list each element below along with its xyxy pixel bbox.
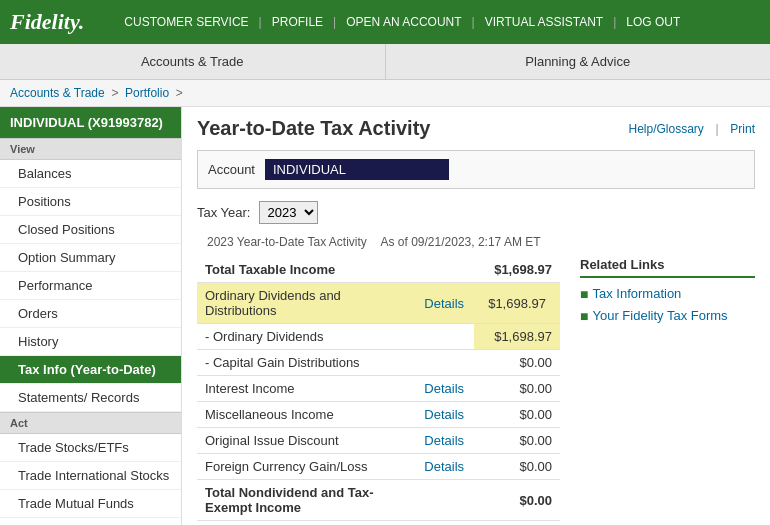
nav-profile[interactable]: PROFILE [262,15,333,29]
tax-year-row: Tax Year: 2023 [197,201,755,224]
nav-open-account[interactable]: OPEN AN ACCOUNT [336,15,471,29]
top-nav: CUSTOMER SERVICE | PROFILE | OPEN AN ACC… [114,15,690,29]
sidebar-item-statements[interactable]: Statements/ Records [0,384,181,412]
table-row: Foreign Currency Gain/Loss Details $0.00 [197,454,560,480]
sidebar-item-tax-info[interactable]: Tax Info (Year-to-Date) [0,356,181,384]
sidebar-view-header: View [0,138,181,160]
table-row: - Ordinary Dividends $1,698.97 [197,324,560,350]
row-label: Interest Income [197,376,414,402]
table-row: - Capital Gain Distributions $0.00 [197,350,560,376]
details-link[interactable]: Details [424,407,464,422]
row-amount: $0.00 [474,521,560,526]
row-label: Total Nondividend and Tax-Exempt Income [197,480,414,521]
fidelity-logo: Fidelity. [10,9,84,35]
related-links-panel: Related Links ■ Tax Information ■ Your F… [580,257,755,525]
nav-log-out[interactable]: LOG OUT [616,15,690,29]
tax-year-select[interactable]: 2023 [259,201,318,224]
row-details [414,257,474,283]
row-label: - Ordinary Dividends [197,324,414,350]
tax-table-wrap: Total Taxable Income $1,698.97 Ordinary … [197,257,560,525]
print-link[interactable]: Print [730,122,755,136]
secondary-nav: Accounts & Trade Planning & Advice [0,44,770,80]
table-row: Ordinary Dividends and Distributions Det… [197,283,560,324]
sidebar-item-closed-positions[interactable]: Closed Positions [0,216,181,244]
row-amount: $0.00 [474,350,560,376]
page-title: Year-to-Date Tax Activity [197,117,430,140]
table-row: Miscellaneous Income Details $0.00 [197,402,560,428]
activity-header: 2023 Year-to-Date Tax Activity As of 09/… [197,234,755,249]
highlight-amount: $1,698.97 [482,294,552,313]
sidebar-account-label[interactable]: INDIVIDUAL (X91993782) [0,107,181,138]
row-details: Details [414,521,474,526]
details-link[interactable]: Details [424,296,464,311]
row-amount: $1,698.97 [474,283,560,324]
fidelity-tax-forms-link[interactable]: Your Fidelity Tax Forms [592,308,727,323]
content-area: Year-to-Date Tax Activity Help/Glossary … [182,107,770,525]
row-label: Total Taxable Income [197,257,414,283]
row-details: Details [414,402,474,428]
row-details [414,480,474,521]
page-title-row: Year-to-Date Tax Activity Help/Glossary … [197,117,755,140]
row-amount: $0.00 [474,454,560,480]
row-label: Foreign Currency Gain/Loss [197,454,414,480]
sidebar-item-orders[interactable]: Orders [0,300,181,328]
nav-virtual-assistant[interactable]: VIRTUAL ASSISTANT [475,15,613,29]
details-link[interactable]: Details [424,381,464,396]
row-amount: $0.00 [474,428,560,454]
as-of-text: As of 09/21/2023, 2:17 AM ET [381,235,541,249]
tab-accounts-trade[interactable]: Accounts & Trade [0,44,386,79]
sidebar-item-history[interactable]: History [0,328,181,356]
breadcrumb-accounts-trade[interactable]: Accounts & Trade [10,86,105,100]
row-details [414,350,474,376]
tax-information-link[interactable]: Tax Information [592,286,681,301]
sidebar-item-performance[interactable]: Performance [0,272,181,300]
account-input[interactable] [265,159,449,180]
sidebar-item-option-summary[interactable]: Option Summary [0,244,181,272]
tax-year-label: Tax Year: [197,205,251,220]
help-glossary-link[interactable]: Help/Glossary [628,122,703,136]
details-link[interactable]: Details [424,433,464,448]
related-links-title: Related Links [580,257,755,278]
sidebar-item-positions[interactable]: Positions [0,188,181,216]
table-area: Total Taxable Income $1,698.97 Ordinary … [197,257,755,525]
related-link-item: ■ Your Fidelity Tax Forms [580,308,755,324]
sidebar-item-trade-mutual[interactable]: Trade Mutual Funds [0,490,181,518]
tax-table: Total Taxable Income $1,698.97 Ordinary … [197,257,560,525]
row-details: Details [414,283,474,324]
sidebar-act-header: Act [0,412,181,434]
table-row: Nondividend Distributions Details $0.00 [197,521,560,526]
header: Fidelity. CUSTOMER SERVICE | PROFILE | O… [0,0,770,44]
table-row: Interest Income Details $0.00 [197,376,560,402]
main-layout: INDIVIDUAL (X91993782) View Balances Pos… [0,107,770,525]
table-row: Total Taxable Income $1,698.97 [197,257,560,283]
bullet-icon: ■ [580,308,588,324]
sidebar-item-balances[interactable]: Balances [0,160,181,188]
row-label: Miscellaneous Income [197,402,414,428]
nav-customer-service[interactable]: CUSTOMER SERVICE [114,15,258,29]
row-label: Ordinary Dividends and Distributions [197,283,414,324]
sidebar-item-trade-options[interactable]: Trade Options [0,518,181,525]
tab-planning-advice[interactable]: Planning & Advice [386,44,771,79]
row-details [414,324,474,350]
sidebar-item-trade-stocks[interactable]: Trade Stocks/ETFs [0,434,181,462]
breadcrumb-portfolio[interactable]: Portfolio [125,86,169,100]
row-details: Details [414,428,474,454]
row-amount: $0.00 [474,480,560,521]
sidebar: INDIVIDUAL (X91993782) View Balances Pos… [0,107,182,525]
account-field-label: Account [208,162,255,177]
bullet-icon: ■ [580,286,588,302]
title-links: Help/Glossary | Print [628,122,755,136]
row-label: Nondividend Distributions [197,521,414,526]
account-row: Account [197,150,755,189]
table-row: Original Issue Discount Details $0.00 [197,428,560,454]
details-link[interactable]: Details [424,459,464,474]
related-link-item: ■ Tax Information [580,286,755,302]
activity-title: 2023 Year-to-Date Tax Activity [207,235,367,249]
row-amount: $0.00 [474,402,560,428]
row-amount: $1,698.97 [474,324,560,350]
row-label: - Capital Gain Distributions [197,350,414,376]
row-label: Original Issue Discount [197,428,414,454]
sidebar-item-trade-international[interactable]: Trade International Stocks [0,462,181,490]
row-details: Details [414,376,474,402]
row-details: Details [414,454,474,480]
